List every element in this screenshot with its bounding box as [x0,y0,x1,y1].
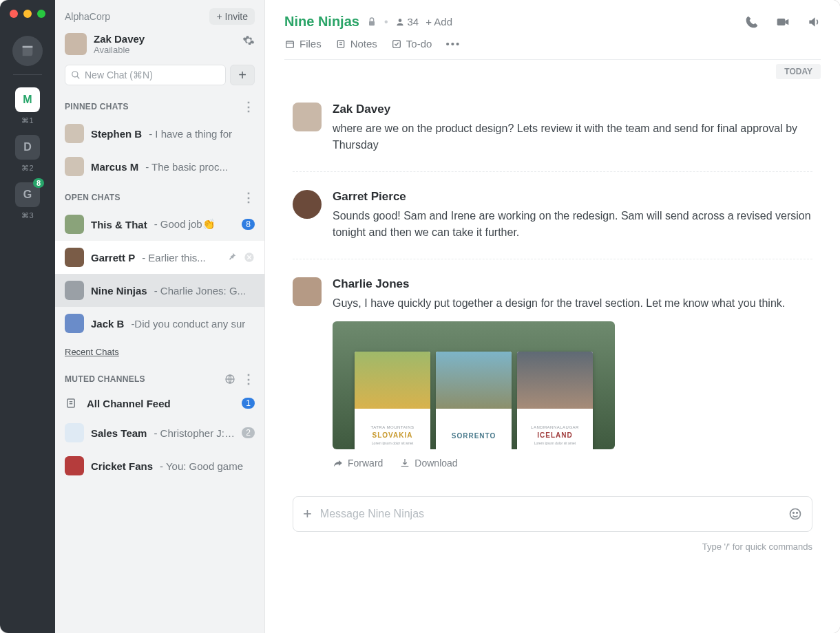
avatar [65,157,84,176]
gear-icon[interactable] [242,34,255,47]
section-more-icon[interactable]: ⋮ [242,194,255,201]
chat-preview: - Christopher J: d. [154,427,235,439]
workspace-rail: M ⌘1 D ⌘2 G 8 ⌘3 [0,0,55,633]
date-divider: TODAY [776,64,821,79]
emoji-icon[interactable] [788,507,802,521]
avatar [65,314,84,333]
chat-item[interactable]: Garrett P - Earlier this... [55,241,264,274]
chat-item[interactable]: Marcus M - The basic proc... [55,150,264,183]
more-icon[interactable]: ••• [445,38,461,50]
svg-point-16 [793,513,795,514]
todo-icon [391,39,402,50]
tab-files[interactable]: Files [284,38,322,50]
chat-item[interactable]: All Channel Feed 1 [55,390,264,416]
notes-icon [335,39,346,50]
message-avatar [293,190,322,219]
close-icon[interactable] [244,252,255,263]
globe-icon[interactable] [224,374,235,385]
workspace-hotkey: ⌘2 [21,164,33,173]
forward-button[interactable]: Forward [333,458,383,469]
chat-item-active[interactable]: Nine Ninjas - Charlie Jones: G... [55,274,264,307]
member-count[interactable]: 34 [395,16,419,28]
close-window[interactable] [10,10,18,18]
search-input[interactable]: New Chat (⌘N) [65,65,226,85]
channel-name[interactable]: Nine Ninjas [284,14,359,30]
workspace-hotkey: ⌘3 [21,211,33,220]
chat-name: Stephen B [91,128,142,140]
message-author: Charlie Jones [333,277,812,291]
chat-name: Marcus M [91,161,138,173]
tab-todo[interactable]: To-do [391,38,432,50]
chat-item[interactable]: Cricket Fans - You: Good game [55,449,264,482]
svg-point-0 [72,72,78,77]
message: Zak Davey where are we on the product de… [293,85,812,172]
tab-notes[interactable]: Notes [335,38,377,50]
chat-name: All Channel Feed [87,398,171,409]
rail-divider [13,74,42,75]
download-button[interactable]: Download [399,458,457,469]
feed-icon [65,397,80,409]
chat-item[interactable]: This & That - Good job👏 8 [55,208,264,241]
profile-block[interactable]: Zak Davey Available [55,29,264,65]
recent-chats-link[interactable]: Recent Chats [55,340,264,364]
section-more-icon[interactable]: ⋮ [242,103,255,110]
section-title-muted: MUTED CHANNELS [65,374,145,384]
message-avatar [293,103,322,131]
window-controls [10,10,45,18]
unread-badge: 2 [242,427,255,438]
minimize-window[interactable] [23,10,32,18]
message-body: where are we on the product design? Lets… [333,120,812,153]
attachment-card: TATRA MOUNTAINSSLOVAKIALorem ipsum dolor… [355,352,430,449]
attachment-image[interactable]: TATRA MOUNTAINSSLOVAKIALorem ipsum dolor… [333,321,615,449]
svg-line-1 [77,76,80,79]
workspace-badge: 8 [33,178,44,188]
attachment-card: SORRENTO [436,352,512,449]
chat-preview: - Good job👏 [154,218,216,230]
svg-point-17 [797,513,798,514]
avatar [65,215,84,234]
chat-item[interactable]: Jack B -Did you conduct any sur [55,307,264,340]
workspace-m[interactable]: M [15,87,40,112]
attach-icon[interactable]: + [303,505,312,523]
new-chat-button[interactable]: + [230,65,255,85]
chat-item[interactable]: Sales Team - Christopher J: d. 2 [55,416,264,449]
unread-badge: 8 [242,219,255,230]
lock-icon [366,17,377,28]
section-more-icon[interactable]: ⋮ [242,376,255,383]
pin-icon[interactable] [227,252,237,263]
composer[interactable]: + [293,496,812,532]
composer-hint: Type '/' for quick commands [265,536,840,561]
add-member-button[interactable]: + Add [426,16,452,28]
message-thread[interactable]: Zak Davey where are we on the product de… [265,79,840,486]
phone-icon[interactable] [745,15,759,29]
avatar [65,248,84,267]
chat-name: This & That [91,219,147,230]
chat-name: Nine Ninjas [91,285,147,297]
sidebar: AlphaCorp + Invite Zak Davey Available N… [55,0,265,633]
composer-input[interactable] [320,508,780,520]
app-logo[interactable] [12,36,43,66]
person-icon [395,17,405,27]
video-icon[interactable] [775,15,790,29]
chat-name: Cricket Fans [91,460,153,472]
section-title-pinned: PINNED CHATS [65,102,129,111]
maximize-window[interactable] [37,10,45,18]
profile-avatar [65,33,87,55]
workspace-hotkey: ⌘1 [21,116,33,125]
message-body: Sounds good! Sam and Irene are working o… [333,208,812,241]
invite-button[interactable]: + Invite [209,8,255,25]
attachment-card: LANDMANNALAUGARICELANDLorem ipsum dolor … [517,352,593,449]
avatar [65,281,84,300]
files-icon [284,39,295,50]
avatar [65,423,84,442]
svg-rect-7 [369,21,375,25]
separator: • [384,16,388,28]
svg-point-15 [790,509,801,519]
speaker-icon[interactable] [807,15,821,29]
workspace-d[interactable]: D [15,135,40,160]
workspace-g[interactable]: G 8 [15,182,40,207]
main-panel: Nine Ninjas • 34 + Add Files Notes To-do [265,0,840,633]
chat-preview: - You: Good game [160,460,243,472]
svg-point-8 [398,19,401,22]
chat-item[interactable]: Stephen B - I have a thing for [55,117,264,150]
